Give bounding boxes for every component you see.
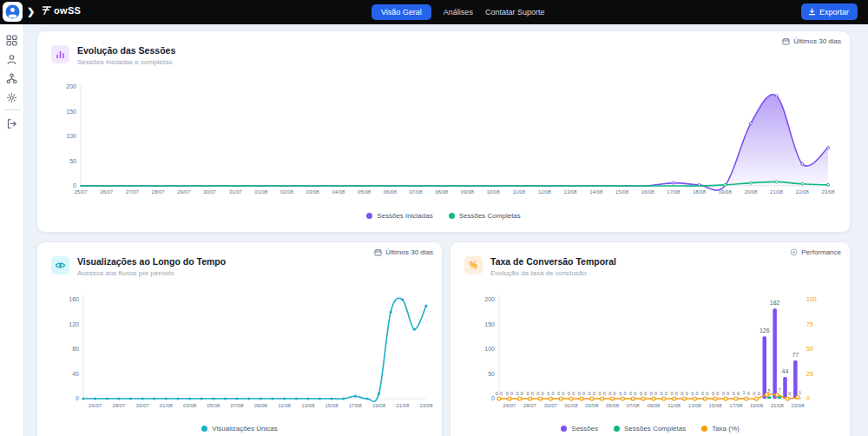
calendar-icon <box>374 248 382 256</box>
svg-text:07/08: 07/08 <box>627 403 641 408</box>
svg-text:23/08: 23/08 <box>791 403 805 408</box>
card-subtitle: Sessões iniciadas e completas <box>77 58 175 66</box>
svg-text:100: 100 <box>806 296 817 302</box>
badge-label: Últimos 30 dias <box>793 37 841 45</box>
svg-text:0: 0 <box>654 391 657 396</box>
legend-label: Taxa (%) <box>712 425 740 433</box>
sessions-line-chart: 05010015020025/0726/0727/0728/0729/0730/… <box>37 77 852 209</box>
legend-item: Sessões <box>561 425 598 433</box>
svg-text:01/08: 01/08 <box>254 189 268 195</box>
svg-text:0: 0 <box>516 391 519 396</box>
legend-dot <box>201 426 207 432</box>
svg-text:03/08: 03/08 <box>585 403 599 408</box>
eye-icon <box>51 256 69 274</box>
sidebar-item-logout[interactable] <box>3 114 22 133</box>
brand-logo: owSS <box>42 5 81 16</box>
calendar-icon <box>782 37 790 45</box>
svg-text:28/07: 28/07 <box>523 403 537 408</box>
svg-text:0: 0 <box>644 391 647 396</box>
sessions-legend: Sessões Iniciadas Sessões Completas <box>37 212 850 220</box>
svg-text:11/08: 11/08 <box>278 403 291 408</box>
svg-text:27/07: 27/07 <box>126 189 140 195</box>
sidebar-collapse-chevron-icon[interactable]: ❯ <box>27 6 35 17</box>
legend-item: Taxa (%) <box>701 425 740 433</box>
svg-text:22/08: 22/08 <box>796 189 810 195</box>
svg-text:25/07: 25/07 <box>74 189 88 195</box>
nav-visao-geral[interactable]: Visão Geral <box>372 4 431 20</box>
svg-text:0: 0 <box>542 391 544 396</box>
svg-text:03/08: 03/08 <box>183 403 197 408</box>
svg-text:14/08: 14/08 <box>589 189 603 195</box>
svg-text:0: 0 <box>536 391 539 396</box>
legend-dot <box>561 426 567 432</box>
svg-text:28/07: 28/07 <box>152 189 166 195</box>
svg-text:01/08: 01/08 <box>160 403 174 408</box>
svg-text:0: 0 <box>661 391 663 396</box>
target-icon <box>790 248 798 256</box>
svg-text:09/08: 09/08 <box>254 403 268 408</box>
conversion-legend: Sessões Sessões Completas Taxa (%) <box>450 425 850 433</box>
svg-text:0: 0 <box>675 391 678 396</box>
svg-text:19/08: 19/08 <box>372 403 386 408</box>
svg-text:0: 0 <box>650 391 653 396</box>
svg-text:0: 0 <box>496 391 498 396</box>
sidebar-item-dashboard[interactable] <box>3 30 22 50</box>
legend-label: Sessões Completas <box>459 212 521 220</box>
views-line-chart: 0408012016026/0728/0730/0701/0803/0805/0… <box>37 287 444 419</box>
sidebar-item-flows[interactable] <box>3 69 22 88</box>
svg-text:11/08: 11/08 <box>667 403 681 408</box>
legend-item: Sessões Completas <box>449 212 521 220</box>
svg-text:0: 0 <box>722 391 725 396</box>
svg-text:200: 200 <box>66 83 76 89</box>
nav-contatar-suporte[interactable]: Contatar Suporte <box>485 8 545 17</box>
views-over-time-card: Últimos 30 dias Visualizações ao Longo d… <box>36 241 443 436</box>
svg-text:05/08: 05/08 <box>207 403 220 408</box>
svg-text:20/08: 20/08 <box>744 189 758 195</box>
svg-text:0: 0 <box>788 391 791 396</box>
svg-text:21/08: 21/08 <box>771 403 785 408</box>
top-nav: Visão Geral Análises Contatar Suporte <box>372 0 544 24</box>
avatar[interactable] <box>3 2 23 22</box>
date-range-badge: Últimos 30 dias <box>374 248 433 256</box>
svg-text:0: 0 <box>686 391 688 396</box>
nav-analises[interactable]: Análises <box>444 8 473 17</box>
svg-text:0: 0 <box>758 391 760 396</box>
conversion-rate-card: Performance % Taxa de Conversão Temporal… <box>450 241 851 436</box>
svg-text:0: 0 <box>706 391 708 396</box>
legend-label: Sessões <box>571 425 598 433</box>
svg-text:50: 50 <box>806 346 813 352</box>
svg-text:03/08: 03/08 <box>306 189 320 195</box>
user-icon <box>6 54 17 65</box>
svg-text:13/08: 13/08 <box>688 403 702 408</box>
sidebar-divider <box>3 109 21 110</box>
export-button[interactable]: Exportar <box>801 3 858 20</box>
svg-text:06/08: 06/08 <box>384 189 398 195</box>
svg-text:150: 150 <box>66 109 76 115</box>
svg-text:44: 44 <box>782 368 789 374</box>
svg-text:0: 0 <box>747 391 750 396</box>
svg-text:02/08: 02/08 <box>280 189 294 195</box>
svg-text:0: 0 <box>806 395 810 401</box>
sidebar-item-users[interactable] <box>3 50 22 69</box>
svg-text:0: 0 <box>491 395 495 401</box>
svg-text:30/07: 30/07 <box>203 189 217 195</box>
svg-text:23/08: 23/08 <box>821 189 835 195</box>
card-subtitle: Acessos aos fluxos por período <box>77 269 226 277</box>
svg-text:0: 0 <box>521 391 523 396</box>
card-title: Visualizações ao Longo do Tempo <box>77 256 226 268</box>
svg-text:0: 0 <box>76 395 79 401</box>
svg-text:17/08: 17/08 <box>349 403 363 408</box>
svg-text:0: 0 <box>568 391 570 396</box>
svg-text:0: 0 <box>510 391 513 396</box>
svg-text:160: 160 <box>69 296 79 302</box>
sidebar-item-settings[interactable] <box>3 88 22 107</box>
svg-text:120: 120 <box>69 321 79 327</box>
legend-label: Sessões Completas <box>624 425 686 433</box>
svg-text:30/07: 30/07 <box>136 403 150 408</box>
svg-text:31/07: 31/07 <box>229 189 243 195</box>
card-header: % Taxa de Conversão Temporal Evolução da… <box>464 256 616 277</box>
flow-icon <box>6 73 17 84</box>
svg-text:0: 0 <box>691 391 694 396</box>
svg-text:25: 25 <box>806 371 813 377</box>
card-title: Taxa de Conversão Temporal <box>490 256 616 268</box>
